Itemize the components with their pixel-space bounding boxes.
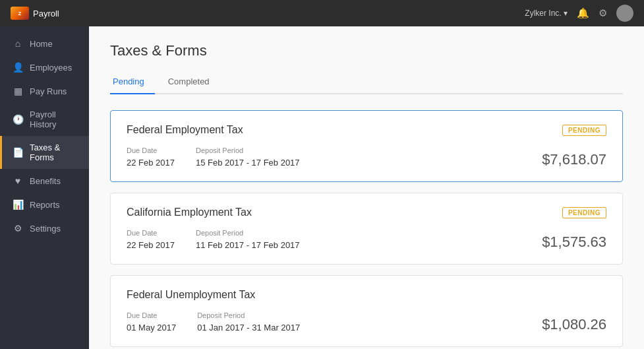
sidebar-item-reports[interactable]: 📊 Reports <box>0 193 89 216</box>
sidebar-label-settings: Settings <box>30 224 61 234</box>
employees-icon: 👤 <box>13 62 23 73</box>
deposit-period-value: 01 Jan 2017 - 31 Mar 2017 <box>197 323 300 333</box>
deposit-period-label: Deposit Period <box>196 229 300 237</box>
layout: ⌂ Home 👤 Employees ▦ Pay Runs 🕐 Payroll … <box>0 26 644 349</box>
topbar: Z Payroll Zylker Inc. ▾ 🔔 ⚙ <box>0 0 644 26</box>
sidebar-item-employees[interactable]: 👤 Employees <box>0 55 89 79</box>
sidebar-label-benefits: Benefits <box>30 176 61 186</box>
due-date-value: 01 May 2017 <box>127 323 176 333</box>
sidebar-item-benefits[interactable]: ♥ Benefits <box>0 169 89 193</box>
due-date-label: Due Date <box>127 311 176 319</box>
benefits-icon: ♥ <box>13 175 23 186</box>
due-date-label: Due Date <box>127 146 175 154</box>
pay-runs-icon: ▦ <box>13 86 23 96</box>
card-header: Federal Unemployment Tax <box>127 289 606 301</box>
card-amount: $7,618.07 <box>542 151 606 168</box>
deposit-period-group: Deposit Period 11 Feb 2017 - 17 Feb 2017 <box>196 229 300 251</box>
deposit-period-label: Deposit Period <box>197 311 300 319</box>
card-federal-unemployment: Federal Unemployment Tax Due Date 01 May… <box>110 275 623 347</box>
bell-icon[interactable]: 🔔 <box>577 7 589 19</box>
due-date-group: Due Date 01 May 2017 <box>127 311 176 333</box>
sidebar: ⌂ Home 👤 Employees ▦ Pay Runs 🕐 Payroll … <box>0 26 89 349</box>
sidebar-label-pay-runs: Pay Runs <box>30 86 67 96</box>
tab-pending[interactable]: Pending <box>110 71 155 94</box>
tab-completed[interactable]: Completed <box>165 71 220 94</box>
card-meta: Due Date 22 Feb 2017 Deposit Period 11 F… <box>127 229 300 251</box>
card-meta: Due Date 01 May 2017 Deposit Period 01 J… <box>127 311 300 333</box>
deposit-period-value: 11 Feb 2017 - 17 Feb 2017 <box>196 240 300 250</box>
company-name[interactable]: Zylker Inc. ▾ <box>525 9 568 18</box>
taxes-forms-icon: 📄 <box>13 147 23 158</box>
card-federal-employment: Federal Employment Tax PENDING Due Date … <box>110 110 623 182</box>
logo-icon: Z <box>11 7 29 20</box>
card-meta: Due Date 22 Feb 2017 Deposit Period 15 F… <box>127 146 300 168</box>
status-badge: PENDING <box>562 125 606 136</box>
reports-icon: 📊 <box>13 199 23 210</box>
sidebar-item-settings[interactable]: ⚙ Settings <box>0 216 89 240</box>
topbar-right: Zylker Inc. ▾ 🔔 ⚙ <box>525 5 633 22</box>
home-icon: ⌂ <box>13 38 23 49</box>
card-header: Federal Employment Tax PENDING <box>127 124 606 136</box>
gear-icon[interactable]: ⚙ <box>599 7 607 19</box>
card-body: Due Date 22 Feb 2017 Deposit Period 15 F… <box>127 146 606 168</box>
due-date-value: 22 Feb 2017 <box>127 240 175 250</box>
sidebar-label-taxes-forms: Taxes & Forms <box>30 143 78 162</box>
sidebar-label-employees: Employees <box>30 63 72 73</box>
card-title: California Employment Tax <box>127 206 252 218</box>
tabs: Pending Completed <box>110 71 623 94</box>
due-date-value: 22 Feb 2017 <box>127 158 175 168</box>
deposit-period-label: Deposit Period <box>196 146 300 154</box>
card-body: Due Date 01 May 2017 Deposit Period 01 J… <box>127 311 606 333</box>
page-title: Taxes & Forms <box>110 42 623 59</box>
avatar[interactable] <box>616 5 633 22</box>
card-amount: $1,080.26 <box>542 316 606 333</box>
payroll-history-icon: 🕐 <box>13 114 23 125</box>
card-header: California Employment Tax PENDING <box>127 206 606 218</box>
main-content: Taxes & Forms Pending Completed Federal … <box>89 26 644 349</box>
due-date-group: Due Date 22 Feb 2017 <box>127 146 175 168</box>
due-date-group: Due Date 22 Feb 2017 <box>127 229 175 251</box>
deposit-period-group: Deposit Period 01 Jan 2017 - 31 Mar 2017 <box>197 311 300 333</box>
card-title: Federal Unemployment Tax <box>127 289 255 301</box>
sidebar-label-home: Home <box>30 39 53 49</box>
sidebar-label-payroll-history: Payroll History <box>30 110 78 129</box>
deposit-period-value: 15 Feb 2017 - 17 Feb 2017 <box>196 158 300 168</box>
settings-icon: ⚙ <box>13 223 23 234</box>
logo: Z Payroll <box>11 7 59 20</box>
deposit-period-group: Deposit Period 15 Feb 2017 - 17 Feb 2017 <box>196 146 300 168</box>
sidebar-item-taxes-forms[interactable]: 📄 Taxes & Forms <box>0 136 89 169</box>
card-amount: $1,575.63 <box>542 234 606 251</box>
status-badge: PENDING <box>562 207 606 218</box>
sidebar-item-pay-runs[interactable]: ▦ Pay Runs <box>0 79 89 103</box>
logo-text: Payroll <box>33 9 59 18</box>
sidebar-label-reports: Reports <box>30 200 60 210</box>
sidebar-item-home[interactable]: ⌂ Home <box>0 32 89 55</box>
sidebar-item-payroll-history[interactable]: 🕐 Payroll History <box>0 103 89 136</box>
card-title: Federal Employment Tax <box>127 124 243 136</box>
due-date-label: Due Date <box>127 229 175 237</box>
card-california-employment: California Employment Tax PENDING Due Da… <box>110 193 623 265</box>
card-body: Due Date 22 Feb 2017 Deposit Period 11 F… <box>127 229 606 251</box>
